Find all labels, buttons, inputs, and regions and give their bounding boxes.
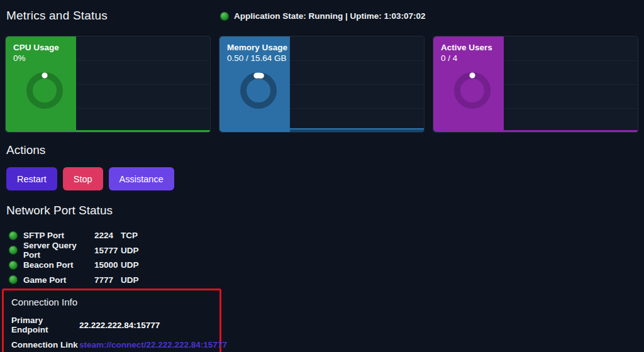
connection-info-panel: Connection Info Primary Endpoint 22.222.…: [2, 289, 221, 352]
gridline: [76, 108, 210, 109]
memory-history-chart: [290, 36, 424, 132]
cpu-history-chart: [76, 36, 210, 132]
actions-heading: Actions: [6, 143, 644, 157]
users-gauge-icon: [452, 70, 492, 111]
cpu-value: 0%: [13, 53, 76, 63]
port-status-dot-icon: [9, 246, 18, 255]
connection-link-label: Connection Link: [11, 340, 79, 349]
port-number: 7777: [94, 275, 121, 285]
metric-cards-row: CPU Usage 0% Memory Usage 0.50 / 15.64 G…: [5, 36, 638, 133]
server-dashboard: Metrics and Status Application State: Ru…: [0, 0, 644, 352]
primary-endpoint-row: Primary Endpoint 22.222.222.84:15777: [11, 316, 212, 334]
cpu-title: CPU Usage: [13, 43, 76, 52]
primary-endpoint-label: Primary Endpoint: [11, 316, 79, 334]
users-value: 0 / 4: [441, 53, 504, 63]
port-row-game: Game Port 7777 UDP: [9, 273, 644, 288]
memory-gauge-icon: [238, 70, 279, 111]
connection-info-rows: Primary Endpoint 22.222.222.84:15777 Con…: [11, 316, 212, 349]
application-status: Application State: Running | Uptime: 1:0…: [220, 9, 426, 21]
connection-link-row: Connection Link steam://connect/22.222.2…: [11, 340, 212, 349]
connection-info-heading: Connection Info: [11, 297, 212, 307]
users-sparkline: [504, 130, 638, 132]
application-status-text: Application State: Running | Uptime: 1:0…: [234, 11, 426, 21]
assistance-button[interactable]: Assistance: [109, 167, 174, 190]
port-name: Beacon Port: [23, 260, 94, 270]
ports-heading: Network Port Status: [6, 204, 644, 217]
port-protocol: UDP: [121, 275, 139, 285]
gridline: [504, 60, 638, 61]
port-list: SFTP Port 2224 TCP Server Query Port 157…: [9, 228, 644, 287]
restart-button[interactable]: Restart: [6, 167, 57, 190]
metric-card-cpu: CPU Usage 0%: [5, 36, 211, 133]
memory-value: 0.50 / 15.64 GB: [227, 53, 290, 63]
gridline: [76, 84, 210, 85]
port-number: 15000: [94, 260, 121, 270]
users-title: Active Users: [441, 43, 504, 52]
gridline: [290, 60, 424, 61]
gridline: [290, 108, 424, 109]
memory-sparkline: [290, 128, 424, 132]
port-name: SFTP Port: [23, 231, 94, 240]
cpu-gauge-icon: [25, 70, 65, 111]
steam-connect-link[interactable]: steam://connect/22.222.222.84:15777: [79, 340, 227, 349]
port-status-dot-icon: [9, 261, 18, 270]
users-history-chart: [504, 36, 638, 132]
port-protocol: TCP: [121, 231, 138, 240]
gridline: [504, 84, 638, 85]
users-panel: Active Users 0 / 4: [433, 36, 504, 132]
port-number: 15777: [94, 246, 121, 255]
gridline: [290, 84, 424, 85]
memory-title: Memory Usage: [227, 43, 290, 52]
port-protocol: UDP: [121, 260, 139, 270]
stop-button[interactable]: Stop: [63, 167, 103, 190]
cpu-panel: CPU Usage 0%: [6, 36, 76, 132]
cpu-sparkline: [76, 130, 210, 132]
primary-endpoint-value: 22.222.222.84:15777: [79, 321, 160, 330]
memory-panel: Memory Usage 0.50 / 15.64 GB: [219, 36, 290, 132]
actions-buttons: Restart Stop Assistance: [6, 167, 644, 190]
port-row-query: Server Query Port 15777 UDP: [9, 243, 644, 258]
port-status-dot-icon: [9, 275, 18, 284]
gridline: [76, 60, 210, 61]
port-status-dot-icon: [9, 231, 18, 240]
port-number: 2224: [94, 231, 121, 240]
port-name: Server Query Port: [23, 241, 94, 260]
metric-card-memory: Memory Usage 0.50 / 15.64 GB: [219, 36, 425, 133]
metric-card-users: Active Users 0 / 4: [433, 36, 638, 133]
port-protocol: UDP: [121, 246, 139, 255]
port-row-beacon: Beacon Port 15000 UDP: [9, 258, 644, 273]
header: Metrics and Status Application State: Ru…: [0, 0, 644, 23]
status-dot-icon: [220, 12, 229, 21]
page-title: Metrics and Status: [6, 9, 220, 23]
gridline: [504, 108, 638, 109]
port-row-sftp: SFTP Port 2224 TCP: [9, 228, 644, 243]
port-name: Game Port: [23, 275, 94, 285]
